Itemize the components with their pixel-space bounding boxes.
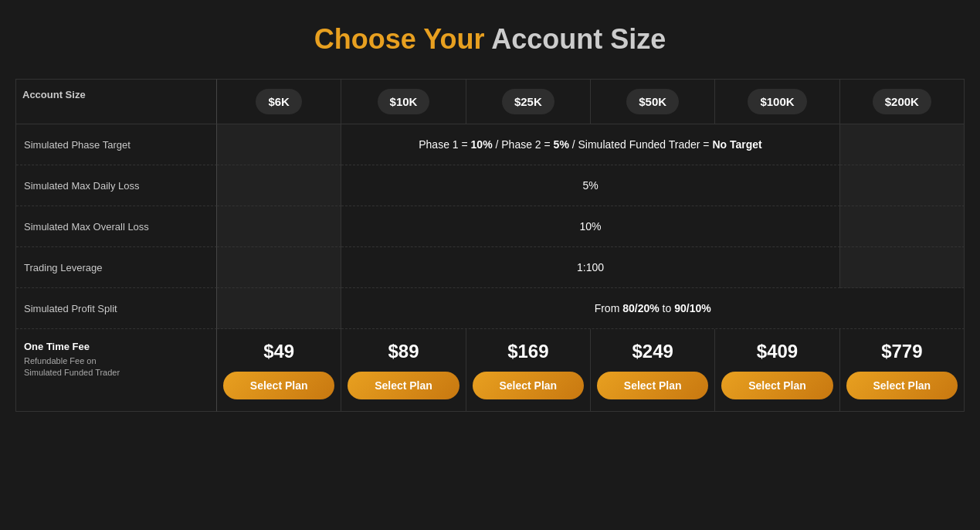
select-plan-200k[interactable]: Select Plan: [846, 372, 958, 399]
fee-amount-50k: $249: [632, 341, 673, 362]
phase-target-label: Simulated Phase Target: [16, 124, 217, 165]
account-size-pill-6k: $6K: [256, 89, 302, 114]
fee-amount-100k: $409: [757, 341, 798, 362]
fee-10k: $89 Select Plan: [341, 329, 466, 412]
fee-6k: $49 Select Plan: [217, 329, 341, 412]
phase-target-200k: [840, 124, 965, 165]
trading-leverage-label: Trading Leverage: [16, 247, 217, 288]
select-plan-50k[interactable]: Select Plan: [597, 372, 708, 399]
max-overall-loss-200k: [840, 206, 965, 247]
fee-amount-10k: $89: [388, 341, 419, 362]
trading-leverage-200k: [840, 247, 965, 288]
col-header-10k: $10K: [341, 79, 466, 124]
fee-label-title: One Time Fee: [24, 341, 90, 352]
fee-100k: $409 Select Plan: [715, 329, 839, 412]
max-overall-loss-6k: [217, 206, 341, 247]
pricing-table: Account Size $6K $10K $25K $50K $100K $2…: [15, 79, 965, 412]
account-size-pill-10k: $10K: [378, 89, 430, 114]
account-size-pill-200k: $200K: [873, 89, 931, 114]
trading-leverage-6k: [217, 247, 341, 288]
select-plan-100k[interactable]: Select Plan: [721, 372, 832, 399]
account-size-label: Account Size: [16, 79, 217, 124]
fee-label-sub: Refundable Fee on Simulated Funded Trade…: [24, 355, 120, 379]
max-daily-loss-label: Simulated Max Daily Loss: [16, 165, 217, 206]
fee-50k: $249 Select Plan: [591, 329, 715, 412]
max-daily-loss-200k: [840, 165, 965, 206]
col-header-50k: $50K: [591, 79, 715, 124]
fee-200k: $779 Select Plan: [840, 329, 965, 412]
fee-25k: $169 Select Plan: [466, 329, 591, 412]
phase-target-value: Phase 1 = 10% / Phase 2 = 5% / Simulated…: [341, 124, 839, 165]
select-plan-25k[interactable]: Select Plan: [473, 372, 584, 399]
fee-amount-200k: $779: [881, 341, 922, 362]
profit-split-value: From 80/20% to 90/10%: [341, 288, 965, 329]
phase-target-6k: [217, 124, 341, 165]
col-header-25k: $25K: [466, 79, 591, 124]
fee-label-cell: One Time Fee Refundable Fee on Simulated…: [16, 329, 217, 412]
select-plan-10k[interactable]: Select Plan: [348, 372, 459, 399]
fee-amount-6k: $49: [263, 341, 294, 362]
account-size-pill-25k: $25K: [502, 89, 554, 114]
select-plan-6k[interactable]: Select Plan: [223, 372, 334, 399]
fee-amount-25k: $169: [507, 341, 548, 362]
profit-split-6k: [217, 288, 341, 329]
col-header-200k: $200K: [840, 79, 965, 124]
max-overall-loss-label: Simulated Max Overall Loss: [16, 206, 217, 247]
col-header-6k: $6K: [217, 79, 341, 124]
max-overall-loss-value: 10%: [341, 206, 839, 247]
max-daily-loss-value: 5%: [341, 165, 839, 206]
account-size-pill-50k: $50K: [626, 89, 679, 114]
profit-split-label: Simulated Profit Split: [16, 288, 217, 329]
trading-leverage-value: 1:100: [341, 247, 839, 288]
account-size-pill-100k: $100K: [748, 89, 806, 114]
max-daily-loss-6k: [217, 165, 341, 206]
col-header-100k: $100K: [715, 79, 839, 124]
page-title: Choose Your Account Size: [314, 23, 666, 56]
